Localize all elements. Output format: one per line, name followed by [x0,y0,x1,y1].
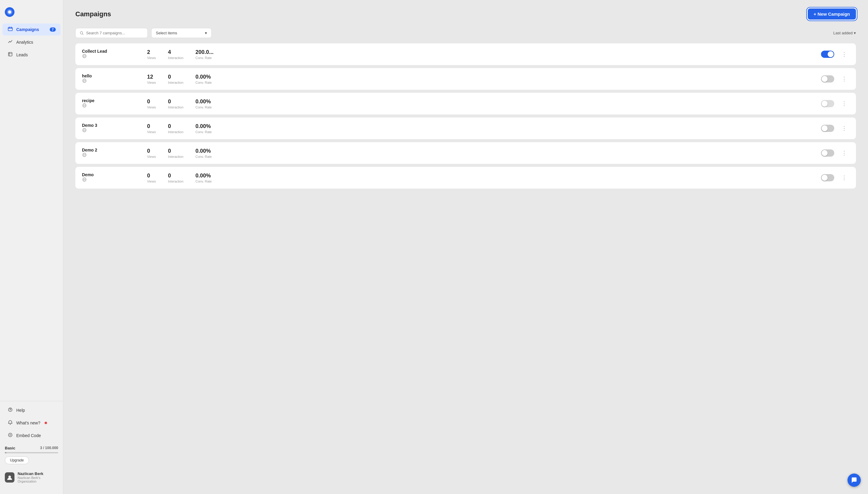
embed-code-label: Embed Code [16,433,41,438]
campaign-toggle[interactable] [821,125,834,132]
stat-conv-rate: 200.0... Conv. Rate [196,49,214,60]
sidebar-item-whats-new[interactable]: What's new? [2,417,60,429]
conv-rate-label: Conv. Rate [196,106,212,109]
plan-count: 3 / 100.000 [40,446,58,450]
stat-conv-rate: 0.00% Conv. Rate [196,173,212,183]
campaign-name-block: Demo 2 [82,148,97,158]
toggle-thumb [821,150,828,156]
campaign-toggle[interactable] [821,51,834,58]
search-icon [80,31,84,35]
select-items-label: Select items [156,31,177,35]
interaction-value: 0 [168,74,171,80]
campaign-actions: ⋮ [821,74,849,83]
sort-control[interactable]: Last added ▾ [833,31,856,35]
chat-bubble-button[interactable] [848,474,861,487]
campaign-more-button[interactable]: ⋮ [839,50,849,59]
campaign-actions: ⋮ [821,173,849,182]
conv-rate-value: 200.0... [196,49,214,55]
campaign-info: Collect Lead [82,49,142,60]
campaign-more-button[interactable]: ⋮ [839,149,849,157]
stat-conv-rate: 0.00% Conv. Rate [196,74,212,84]
toggle-thumb [828,51,834,57]
stat-conv-rate: 0.00% Conv. Rate [196,123,212,134]
conv-rate-label: Conv. Rate [196,56,212,60]
globe-icon [82,55,87,59]
campaign-name: Demo [82,172,94,177]
sidebar-item-help[interactable]: Help [2,404,60,416]
stat-interaction: 0 Interaction [168,173,183,183]
campaign-more-button[interactable]: ⋮ [839,173,849,182]
search-box[interactable] [75,28,148,38]
campaign-toggle[interactable] [821,100,834,107]
views-value: 0 [147,148,150,154]
search-input[interactable] [86,31,143,35]
views-value: 12 [147,74,153,80]
campaign-more-button[interactable]: ⋮ [839,124,849,133]
svg-rect-2 [8,27,12,31]
interaction-value: 0 [168,123,171,130]
sidebar-campaigns-label: Campaigns [16,27,39,32]
conv-rate-label: Conv. Rate [196,155,212,158]
sidebar-item-campaigns[interactable]: Campaigns 7 [2,23,60,36]
toggle-track [821,100,834,107]
sidebar-analytics-label: Analytics [16,40,33,44]
campaign-info: Demo 3 [82,123,142,134]
toggle-track [821,149,834,157]
sidebar-item-embed-code[interactable]: Embed Code [2,430,60,442]
plan-section: Basic 3 / 100.000 Upgrade [0,442,63,468]
help-label: Help [16,408,25,413]
campaign-more-button[interactable]: ⋮ [839,99,849,108]
conv-rate-label: Conv. Rate [196,130,212,134]
select-items-dropdown[interactable]: Select items ▾ [151,28,211,38]
stat-views: 12 Views [147,74,156,84]
upgrade-button[interactable]: Upgrade [5,456,29,464]
dropdown-chevron-icon: ▾ [205,31,207,35]
campaign-name-block: Collect Lead [82,49,107,60]
stat-interaction: 0 Interaction [168,123,183,134]
campaign-actions: ⋮ [821,50,849,59]
views-label: Views [147,130,156,134]
globe-icon [82,104,87,109]
campaign-card: Collect Lead 2 Views 4 Interaction 200.0… [75,43,856,65]
campaign-card: Demo 0 Views 0 Interaction 0.00% Conv. R… [75,167,856,189]
campaign-more-button[interactable]: ⋮ [839,74,849,83]
user-info: Nazlican Berk Nazlican Berk's Organizati… [17,471,58,483]
embed-icon [7,433,13,439]
page-title: Campaigns [75,10,111,18]
new-campaign-button[interactable]: + New Campaign [808,8,856,20]
campaign-toggle[interactable] [821,174,834,181]
campaign-toggle[interactable] [821,149,834,157]
campaign-toggle[interactable] [821,75,834,82]
svg-rect-3 [8,52,12,56]
sidebar: Campaigns 7 Analytics Leads Help [0,0,63,494]
stat-views: 0 Views [147,148,156,158]
stat-interaction: 0 Interaction [168,148,183,158]
globe-icon [82,129,87,133]
stat-interaction: 0 Interaction [168,74,183,84]
views-label: Views [147,81,156,84]
app-logo [5,7,15,17]
sort-label-text: Last added [833,31,853,35]
views-label: Views [147,179,156,183]
toggle-thumb [821,125,828,131]
interaction-label: Interaction [168,81,183,84]
campaign-name-block: recipe [82,98,94,109]
views-label: Views [147,56,156,60]
globe-icon [82,79,87,84]
campaign-card: Demo 2 0 Views 0 Interaction 0.00% Conv.… [75,142,856,164]
campaign-name: Demo 2 [82,148,97,152]
user-section: Nazlican Berk Nazlican Berk's Organizati… [0,468,63,487]
interaction-value: 0 [168,173,171,179]
sidebar-item-leads[interactable]: Leads [2,49,60,61]
campaign-actions: ⋮ [821,124,849,133]
views-value: 2 [147,49,150,55]
sidebar-bottom: Help What's new? Embed Code Basic 3 / 10… [0,401,63,489]
sidebar-item-analytics[interactable]: Analytics [2,36,60,48]
leads-icon [7,52,13,58]
campaign-list: Collect Lead 2 Views 4 Interaction 200.0… [75,43,856,189]
globe-icon [82,153,87,158]
stat-views: 2 Views [147,49,156,60]
campaign-stats: 2 Views 4 Interaction 200.0... Conv. Rat… [147,49,816,60]
analytics-icon [7,39,13,45]
conv-rate-value: 0.00% [196,74,211,80]
